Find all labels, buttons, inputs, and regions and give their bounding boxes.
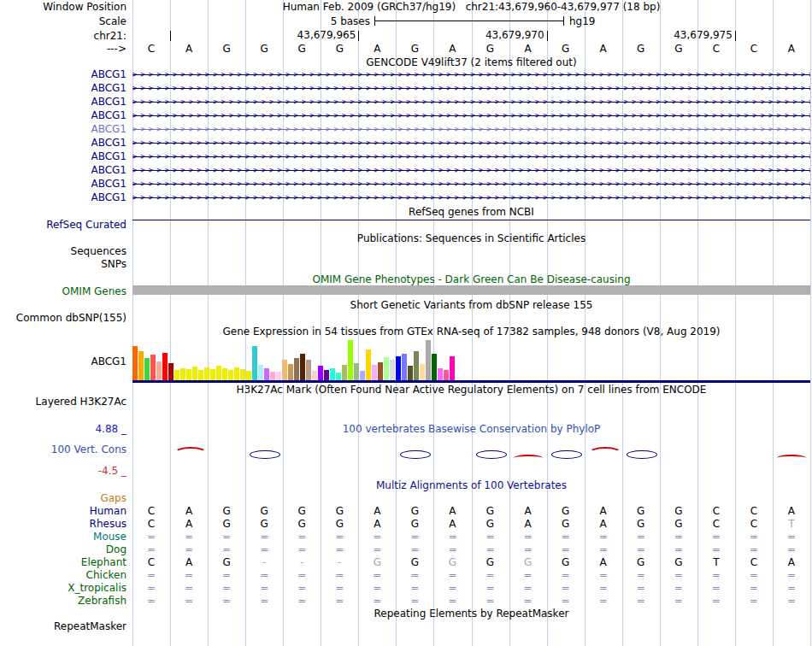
gtex-expression-bar[interactable] xyxy=(348,340,353,380)
vert-cons-label[interactable]: 100 Vert. Cons xyxy=(0,443,127,455)
gtex-expression-bar[interactable] xyxy=(234,367,239,380)
gtex-expression-bar[interactable] xyxy=(180,368,185,380)
multiz-gaps-label[interactable]: Gaps xyxy=(0,492,127,504)
multiz-species-label[interactable]: Rhesus xyxy=(0,518,127,530)
gtex-expression-bar[interactable] xyxy=(408,366,413,380)
gencode-transcript-label[interactable]: ABCG1 xyxy=(0,109,127,121)
gtex-expression-bar[interactable] xyxy=(222,368,227,380)
gtex-expression-bar[interactable] xyxy=(204,367,209,380)
gtex-expression-bar[interactable] xyxy=(372,365,377,380)
gtex-expression-bar[interactable] xyxy=(432,354,437,380)
gtex-expression-bar[interactable] xyxy=(210,369,215,380)
gtex-expression-bar[interactable] xyxy=(186,369,191,380)
layered-h3k27ac-label[interactable]: Layered H3K27Ac xyxy=(0,396,127,408)
gencode-transcript-label[interactable]: ABCG1 xyxy=(0,178,127,190)
gtex-expression-bar[interactable] xyxy=(426,340,431,380)
gencode-transcript[interactable]: >>>>>>>>>>>>>>>>>>>>>>>>>>>>>>>>>>>>>>>>… xyxy=(132,81,810,95)
gtex-expression-bar[interactable] xyxy=(360,371,365,380)
gtex-expression-bar[interactable] xyxy=(138,351,144,380)
gtex-expression-bar[interactable] xyxy=(300,354,305,380)
gtex-expression-bar[interactable] xyxy=(162,353,168,380)
multiz-species-label[interactable]: X_tropicalis xyxy=(0,582,127,594)
gtex-expression-bar[interactable] xyxy=(438,368,443,380)
gtex-gene-label[interactable]: ABCG1 xyxy=(0,355,127,367)
gtex-expression-bar[interactable] xyxy=(450,356,455,380)
gtex-expression-bar[interactable] xyxy=(246,371,251,380)
multiz-species-label[interactable]: Elephant xyxy=(0,556,127,568)
publications-snps-label[interactable]: SNPs xyxy=(0,258,127,270)
gtex-expression-bar[interactable] xyxy=(414,351,419,380)
gtex-expression-bar[interactable] xyxy=(336,373,341,380)
gencode-transcript[interactable]: >>>>>>>>>>>>>>>>>>>>>>>>>>>>>>>>>>>>>>>>… xyxy=(132,150,810,163)
gtex-expression-bar[interactable] xyxy=(318,366,323,380)
gencode-transcript[interactable]: >>>>>>>>>>>>>>>>>>>>>>>>>>>>>>>>>>>>>>>>… xyxy=(132,68,810,81)
multiz-species-label[interactable]: Dog xyxy=(0,543,127,555)
gtex-expression-bar[interactable] xyxy=(192,367,197,380)
multiz-species-label[interactable]: Zebrafish xyxy=(0,595,127,607)
gtex-expression-bar[interactable] xyxy=(156,361,162,380)
gtex-expression-bar[interactable] xyxy=(396,356,401,380)
gtex-expression-bar[interactable] xyxy=(354,363,359,380)
gtex-expression-bar[interactable] xyxy=(270,372,275,380)
gencode-transcript[interactable]: >>>>>>>>>>>>>>>>>>>>>>>>>>>>>>>>>>>>>>>>… xyxy=(132,136,810,150)
alignment-cell: = xyxy=(547,595,585,607)
omim-genes-label[interactable]: OMIM Genes xyxy=(0,285,127,297)
multiz-species-label[interactable]: Mouse xyxy=(0,531,127,543)
gtex-expression-bar[interactable] xyxy=(252,346,257,380)
gtex-expression-bar[interactable] xyxy=(384,357,389,380)
refseq-curated-dense-line[interactable] xyxy=(132,220,810,220)
alignment-cell: G xyxy=(660,505,697,517)
gencode-transcript-label[interactable]: ABCG1 xyxy=(0,164,127,176)
gtex-expression-bar[interactable] xyxy=(342,365,347,380)
gencode-transcript[interactable]: >>>>>>>>>>>>>>>>>>>>>>>>>>>>>>>>>>>>>>>>… xyxy=(132,95,810,109)
gtex-expression-bar[interactable] xyxy=(366,349,371,380)
gtex-expression-bar[interactable] xyxy=(240,369,245,380)
alignment-cell: A xyxy=(170,505,208,517)
gencode-transcript[interactable]: >>>>>>>>>>>>>>>>>>>>>>>>>>>>>>>>>>>>>>>>… xyxy=(132,191,810,204)
gtex-expression-bar[interactable] xyxy=(306,360,311,380)
gtex-expression-bar[interactable] xyxy=(330,368,335,380)
gtex-expression-bar[interactable] xyxy=(288,364,293,380)
refseq-curated-label[interactable]: RefSeq Curated xyxy=(0,219,127,231)
multiz-species-label[interactable]: Human xyxy=(0,505,127,517)
omim-genes-dense-bar[interactable] xyxy=(132,285,810,295)
gtex-expression-bar[interactable] xyxy=(216,366,221,380)
gtex-expression-bar[interactable] xyxy=(198,370,203,380)
gtex-expression-bar[interactable] xyxy=(276,372,281,380)
gtex-expression-bar[interactable] xyxy=(402,354,407,380)
gencode-transcript-label[interactable]: ABCG1 xyxy=(0,191,127,203)
gtex-expression-bar[interactable] xyxy=(144,358,150,380)
gencode-transcript[interactable]: >>>>>>>>>>>>>>>>>>>>>>>>>>>>>>>>>>>>>>>>… xyxy=(132,177,810,191)
gtex-expression-bar[interactable] xyxy=(282,360,287,380)
alignment-cell: A xyxy=(773,505,810,517)
gencode-transcript-label[interactable]: ABCG1 xyxy=(0,137,127,149)
gencode-transcript-label[interactable]: ABCG1 xyxy=(0,123,127,135)
gencode-transcript[interactable]: >>>>>>>>>>>>>>>>>>>>>>>>>>>>>>>>>>>>>>>>… xyxy=(132,109,810,122)
gencode-transcript[interactable]: >>>>>>>>>>>>>>>>>>>>>>>>>>>>>>>>>>>>>>>>… xyxy=(132,163,810,177)
repeatmasker-label[interactable]: RepeatMasker xyxy=(0,620,127,632)
gtex-expression-bar[interactable] xyxy=(258,365,263,380)
publications-sequences-label[interactable]: Sequences xyxy=(0,245,127,257)
gencode-transcript-label[interactable]: ABCG1 xyxy=(0,68,127,80)
gencode-transcript-label[interactable]: ABCG1 xyxy=(0,82,127,94)
gtex-expression-bar[interactable] xyxy=(264,368,269,380)
gtex-expression-bar[interactable] xyxy=(390,360,395,380)
multiz-species-label[interactable]: Chicken xyxy=(0,569,127,581)
gtex-expression-bar[interactable] xyxy=(168,363,174,380)
alignment-cell: = xyxy=(245,595,283,607)
gencode-transcript[interactable]: >>>>>>>>>>>>>>>>>>>>>>>>>>>>>>>>>>>>>>>>… xyxy=(132,122,810,136)
gtex-expression-bar[interactable] xyxy=(444,370,449,380)
gtex-expression-bar[interactable] xyxy=(378,362,383,380)
gtex-expression-bar[interactable] xyxy=(150,355,156,380)
common-dbsnp-label[interactable]: Common dbSNP(155) xyxy=(0,312,127,324)
gtex-expression-bar[interactable] xyxy=(312,371,317,380)
gtex-expression-bar[interactable] xyxy=(228,370,233,380)
gtex-expression-bar[interactable] xyxy=(132,346,138,380)
gtex-expression-bar[interactable] xyxy=(294,358,299,380)
gtex-expression-bar[interactable] xyxy=(324,370,329,380)
gtex-expression-bar[interactable] xyxy=(420,364,425,380)
gtex-expression-bar[interactable] xyxy=(174,370,179,380)
gencode-transcript-label[interactable]: ABCG1 xyxy=(0,150,127,162)
alignment-cell: = xyxy=(433,531,471,543)
gencode-transcript-label[interactable]: ABCG1 xyxy=(0,96,127,108)
